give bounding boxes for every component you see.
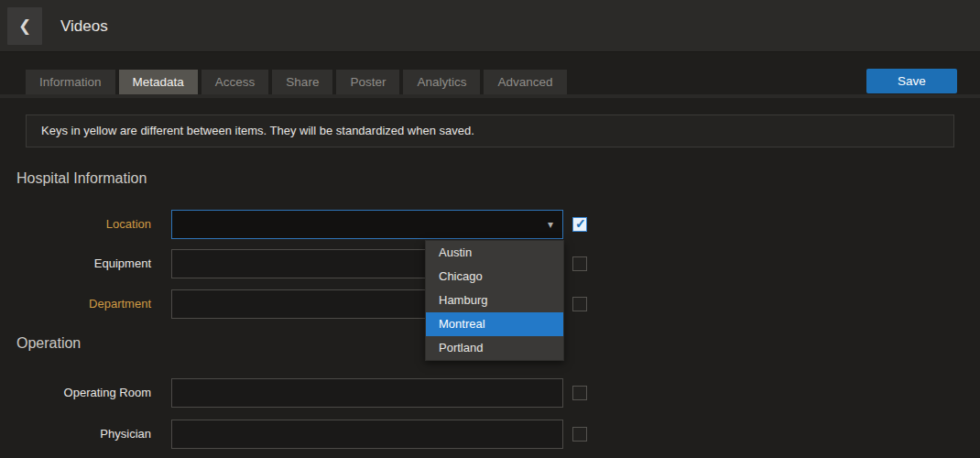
physician-input[interactable] (171, 420, 563, 449)
operating-room-checkbox[interactable] (572, 386, 587, 400)
tab-information[interactable]: Information (26, 70, 115, 94)
location-dropdown-menu: Austin Chicago Hamburg Montreal Portland (425, 240, 564, 361)
department-checkbox[interactable] (572, 297, 587, 311)
notice-text: Keys in yellow are different between ite… (41, 124, 474, 137)
page-title: Videos (60, 0, 108, 52)
dropdown-option-portland[interactable]: Portland (426, 336, 563, 360)
tab-access[interactable]: Access (201, 70, 269, 94)
department-label: Department (0, 289, 151, 319)
tab-bar: Information Metadata Access Share Poster… (26, 70, 571, 94)
physician-label: Physician (0, 420, 151, 449)
tab-poster[interactable]: Poster (336, 70, 399, 94)
location-select[interactable]: ▾ (171, 210, 563, 239)
tab-bar-divider (0, 94, 980, 98)
location-label: Location (0, 210, 151, 239)
dropdown-option-austin[interactable]: Austin (426, 241, 563, 265)
dropdown-option-hamburg[interactable]: Hamburg (426, 289, 563, 312)
tab-advanced[interactable]: Advanced (484, 70, 566, 94)
field-row-location: Location ▾ (0, 210, 980, 239)
section-heading-hospital-information: Hospital Information (16, 170, 147, 187)
tab-analytics[interactable]: Analytics (403, 70, 480, 94)
physician-checkbox[interactable] (572, 427, 587, 442)
dropdown-option-montreal[interactable]: Montreal (426, 312, 563, 336)
operating-room-input[interactable] (171, 378, 563, 408)
top-bar: ❮ Videos (0, 0, 980, 52)
save-button[interactable]: Save (866, 69, 957, 93)
field-row-operating-room: Operating Room (0, 378, 980, 408)
field-row-physician: Physician (0, 420, 980, 449)
chevron-left-icon: ❮ (18, 17, 31, 35)
tab-share[interactable]: Share (272, 70, 332, 94)
tab-metadata[interactable]: Metadata (119, 70, 198, 94)
app-root: ❮ Videos Information Metadata Access Sha… (0, 0, 980, 458)
location-checkbox[interactable] (572, 217, 587, 232)
dropdown-option-chicago[interactable]: Chicago (426, 265, 563, 289)
equipment-checkbox[interactable] (572, 256, 587, 271)
section-heading-operation: Operation (16, 335, 81, 352)
operating-room-label: Operating Room (0, 378, 151, 408)
equipment-label: Equipment (0, 249, 151, 278)
chevron-down-icon: ▾ (548, 211, 553, 238)
back-button[interactable]: ❮ (7, 7, 42, 45)
notice-bar: Keys in yellow are different between ite… (26, 114, 954, 147)
